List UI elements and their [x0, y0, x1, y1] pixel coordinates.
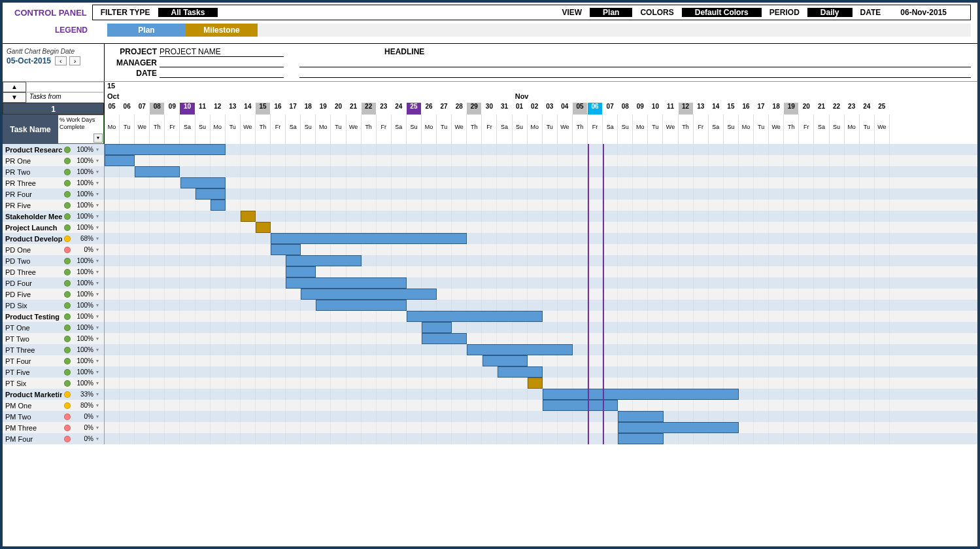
day-number[interactable]: 22 [362, 103, 377, 115]
task-name[interactable]: PT Four [3, 357, 62, 365]
gantt-bar[interactable] [180, 177, 226, 188]
day-number[interactable]: 15 [256, 103, 271, 115]
day-number[interactable]: 24 [860, 103, 875, 115]
task-name[interactable]: PR Four [3, 190, 62, 198]
task-name[interactable]: Project Launch [3, 224, 62, 232]
pct-complete-header[interactable]: % Work Days Complete ▾ [58, 115, 104, 144]
pct-filter-dropdown-icon[interactable]: ▾ [93, 133, 103, 143]
day-number[interactable]: 27 [437, 103, 452, 115]
row-dropdown-icon[interactable]: ▾ [96, 325, 104, 330]
day-number[interactable]: 05 [105, 103, 120, 115]
headline-value[interactable] [299, 58, 971, 67]
meta-date-value[interactable] [160, 69, 284, 78]
row-dropdown-icon[interactable]: ▾ [96, 402, 104, 408]
gantt-bar[interactable] [618, 422, 739, 433]
headline-line2[interactable] [299, 69, 971, 78]
period-value[interactable]: Daily [807, 8, 853, 17]
task-name[interactable]: Product Marketing [3, 391, 62, 398]
day-number[interactable]: 14 [709, 103, 724, 115]
day-number[interactable]: 15 [724, 103, 739, 115]
row-dropdown-icon[interactable]: ▾ [96, 158, 104, 164]
prev-date-button[interactable]: ‹ [55, 56, 67, 65]
gantt-bar[interactable] [316, 300, 407, 311]
row-dropdown-icon[interactable]: ▾ [96, 202, 104, 208]
day-number[interactable]: 10 [180, 103, 195, 115]
scroll-up-button[interactable]: ▲ [3, 82, 26, 92]
project-value[interactable]: PROJECT NAME [160, 47, 284, 57]
task-name[interactable]: PR Two [3, 168, 62, 176]
row-dropdown-icon[interactable]: ▾ [96, 213, 104, 219]
task-name[interactable]: PT Two [3, 335, 62, 343]
row-dropdown-icon[interactable]: ▾ [96, 414, 104, 419]
gantt-bar[interactable] [482, 355, 528, 366]
day-number[interactable]: 06 [588, 103, 603, 115]
gantt-bar[interactable] [498, 366, 543, 378]
gantt-bar[interactable] [543, 389, 739, 400]
task-name[interactable]: PM One [3, 402, 62, 410]
day-number[interactable]: 01 [513, 103, 528, 115]
day-number[interactable]: 18 [301, 103, 316, 115]
day-number[interactable]: 31 [497, 103, 512, 115]
gantt-bar[interactable] [407, 311, 543, 322]
day-number[interactable]: 07 [135, 103, 150, 115]
day-number[interactable]: 02 [528, 103, 543, 115]
day-number[interactable]: 22 [830, 103, 845, 115]
row-dropdown-icon[interactable]: ▾ [96, 280, 104, 286]
day-number[interactable]: 11 [663, 103, 678, 115]
day-number[interactable]: 17 [286, 103, 301, 115]
filter-type-value[interactable]: All Tasks [158, 8, 218, 17]
day-number[interactable]: 04 [558, 103, 573, 115]
day-number[interactable]: 19 [784, 103, 799, 115]
task-name[interactable]: Product Development [3, 235, 62, 243]
day-number[interactable]: 18 [769, 103, 784, 115]
task-name[interactable]: PM Three [3, 424, 62, 432]
day-number[interactable]: 20 [799, 103, 814, 115]
day-number[interactable]: 21 [346, 103, 362, 115]
gantt-bar[interactable] [286, 266, 316, 277]
row-dropdown-icon[interactable]: ▾ [96, 224, 104, 230]
day-number[interactable]: 28 [452, 103, 467, 115]
colors-value[interactable]: Default Colors [682, 8, 762, 17]
row-dropdown-icon[interactable]: ▾ [96, 302, 104, 308]
day-number[interactable]: 25 [407, 103, 422, 115]
task-name[interactable]: PM Four [3, 435, 62, 443]
day-number[interactable]: 12 [211, 103, 226, 115]
gantt-bar[interactable] [271, 244, 301, 255]
row-dropdown-icon[interactable]: ▾ [96, 313, 104, 319]
day-number[interactable]: 29 [467, 103, 482, 115]
day-number[interactable]: 19 [316, 103, 331, 115]
task-name[interactable]: PD Three [3, 268, 62, 276]
scroll-down-button[interactable]: ▼ [3, 92, 26, 103]
row-dropdown-icon[interactable]: ▾ [96, 147, 104, 152]
gantt-bar[interactable] [422, 333, 467, 344]
page-number[interactable]: 1 [3, 103, 104, 115]
task-name[interactable]: PD Six [3, 302, 62, 310]
gantt-bar[interactable] [618, 433, 663, 444]
row-dropdown-icon[interactable]: ▾ [96, 236, 104, 241]
day-number[interactable]: 13 [226, 103, 241, 115]
manager-value[interactable] [160, 58, 284, 67]
gantt-bar[interactable] [618, 411, 663, 422]
day-number[interactable]: 07 [603, 103, 618, 115]
row-dropdown-icon[interactable]: ▾ [96, 269, 104, 275]
task-name[interactable]: PR One [3, 157, 62, 165]
day-number[interactable]: 14 [241, 103, 256, 115]
task-name[interactable]: PD One [3, 246, 62, 254]
task-name[interactable]: Product Testing [3, 313, 62, 321]
gantt-milestone[interactable] [256, 222, 271, 233]
row-dropdown-icon[interactable]: ▾ [96, 169, 104, 175]
day-number[interactable]: 16 [739, 103, 754, 115]
view-value[interactable]: Plan [590, 8, 632, 17]
task-name[interactable]: PM Two [3, 413, 62, 421]
begin-date-value[interactable]: 05-Oct-2015 [7, 55, 51, 65]
day-number[interactable]: 08 [150, 103, 165, 115]
task-name[interactable]: PT Six [3, 380, 62, 387]
gantt-bar[interactable] [286, 255, 362, 266]
row-dropdown-icon[interactable]: ▾ [96, 380, 104, 386]
day-number[interactable]: 17 [754, 103, 769, 115]
task-name[interactable]: Stakeholder Meeting [3, 213, 62, 221]
gantt-bar[interactable] [467, 344, 573, 355]
gantt-bar[interactable] [301, 289, 437, 300]
day-number[interactable]: 16 [271, 103, 286, 115]
day-number[interactable]: 03 [543, 103, 558, 115]
